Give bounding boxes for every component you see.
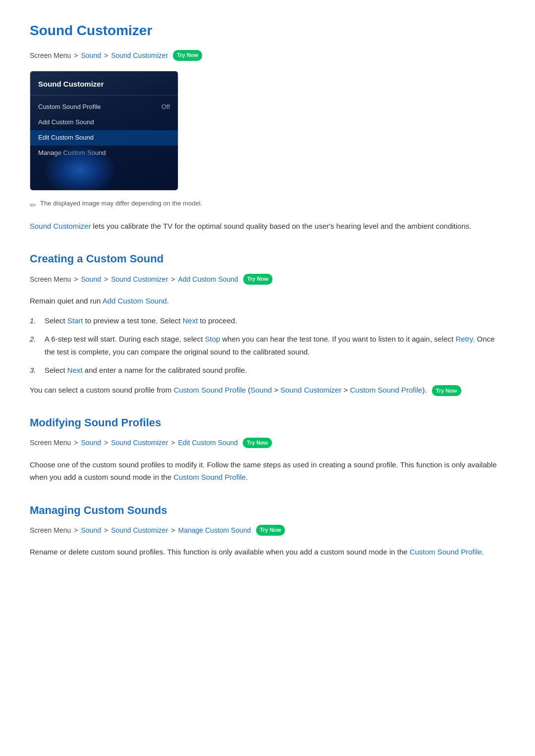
step-1: 1. Select Start to preview a test tone. … xyxy=(30,314,505,327)
footer-paren-close: ). xyxy=(422,386,427,394)
footer-sep2: > xyxy=(341,386,350,394)
remain-pre: Remain quiet and run xyxy=(30,297,103,305)
section-creating-title: Creating a Custom Sound xyxy=(30,250,505,267)
step3-pre: Select xyxy=(45,366,67,374)
bc-creating-sound[interactable]: Sound xyxy=(81,274,101,285)
tv-glow xyxy=(45,146,114,190)
bc-modifying-sep1: > xyxy=(74,437,78,448)
breadcrumb-creating: Screen Menu > Sound > Sound Customizer >… xyxy=(30,274,505,285)
bc-modifying-edit[interactable]: Edit Custom Sound xyxy=(178,437,238,448)
intro-text: lets you calibrate the TV for the optima… xyxy=(91,222,471,230)
tv-menu-item-value-0: Off xyxy=(161,102,170,112)
bc-managing-sep3: > xyxy=(171,525,175,536)
footer-customizer-link[interactable]: Sound Customizer xyxy=(280,386,341,394)
footer-sound-link[interactable]: Sound xyxy=(251,386,272,394)
modifying-body-pre: Choose one of the custom sound profiles … xyxy=(30,460,497,482)
step1-pre: Select xyxy=(45,316,67,325)
tv-menu-item-1: Add Custom Sound xyxy=(30,115,178,130)
step-2: 2. A 6-step test will start. During each… xyxy=(30,333,505,358)
bc-modifying-prefix: Screen Menu xyxy=(30,437,71,448)
managing-csp-link[interactable]: Custom Sound Profile xyxy=(410,548,482,556)
remain-end: . xyxy=(167,297,169,305)
footer-pre: You can select a custom sound profile fr… xyxy=(30,386,173,394)
note-text: The displayed image may differ depending… xyxy=(40,199,202,209)
creating-remain-text: Remain quiet and run Add Custom Sound. xyxy=(30,295,505,307)
try-now-badge-modifying[interactable]: Try Now xyxy=(243,438,272,449)
bc-modifying-customizer[interactable]: Sound Customizer xyxy=(111,437,168,448)
bc-modifying-sep3: > xyxy=(171,437,175,448)
breadcrumb-sound-link[interactable]: Sound xyxy=(81,50,101,61)
remain-add-link[interactable]: Add Custom Sound xyxy=(103,297,167,305)
bc-modifying-sound[interactable]: Sound xyxy=(81,437,101,448)
tv-menu-item-label-0: Custom Sound Profile xyxy=(38,102,101,112)
managing-body-end: . xyxy=(482,548,484,556)
creating-footer: You can select a custom sound profile fr… xyxy=(30,384,505,397)
bc-managing-sound[interactable]: Sound xyxy=(81,525,101,536)
breadcrumb-sep2: > xyxy=(104,50,108,61)
note-row: ✏ The displayed image may differ dependi… xyxy=(30,199,505,212)
bc-creating-add[interactable]: Add Custom Sound xyxy=(178,274,238,285)
step2-retry-link[interactable]: Retry xyxy=(456,335,473,343)
bc-creating-prefix: Screen Menu xyxy=(30,274,71,285)
step2-mid: when you can hear the test tone. If you … xyxy=(220,335,455,343)
tv-menu-item-2: Edit Custom Sound xyxy=(30,130,178,146)
step1-next-link[interactable]: Next xyxy=(183,316,198,325)
bc-creating-sep2: > xyxy=(104,274,108,285)
step-num-2: 2. xyxy=(30,333,40,358)
bc-creating-sep1: > xyxy=(74,274,78,285)
bc-managing-sep2: > xyxy=(104,525,108,536)
step3-end: and enter a name for the calibrated soun… xyxy=(83,366,247,374)
bc-creating-customizer[interactable]: Sound Customizer xyxy=(111,274,168,285)
creating-steps-list: 1. Select Start to preview a test tone. … xyxy=(30,314,505,377)
tv-menu-panel: Sound Customizer Custom Sound Profile Of… xyxy=(30,71,178,190)
breadcrumb-sound-customizer-link[interactable]: Sound Customizer xyxy=(111,50,168,61)
tv-menu-panel-title: Sound Customizer xyxy=(30,78,178,96)
footer-sep: > xyxy=(272,386,280,394)
bc-managing-prefix: Screen Menu xyxy=(30,525,71,536)
bc-managing-customizer[interactable]: Sound Customizer xyxy=(111,525,168,536)
page-title: Sound Customizer xyxy=(30,20,505,42)
try-now-badge-main[interactable]: Try Now xyxy=(173,50,202,61)
step1-start-link[interactable]: Start xyxy=(67,316,83,325)
step-2-text: A 6-step test will start. During each st… xyxy=(45,333,505,358)
section-managing-title: Managing Custom Sounds xyxy=(30,502,505,519)
bc-creating-sep3: > xyxy=(171,274,175,285)
footer-csp-link[interactable]: Custom Sound Profile xyxy=(173,386,246,394)
footer-paren-open: ( xyxy=(246,386,250,394)
footer-csp2-link[interactable]: Custom Sound Profile xyxy=(350,386,423,394)
modifying-csp-link[interactable]: Custom Sound Profile xyxy=(173,473,246,481)
breadcrumb-prefix: Screen Menu xyxy=(30,50,71,61)
breadcrumb-sep1: > xyxy=(74,50,78,61)
bc-managing-sep1: > xyxy=(74,525,78,536)
tv-menu-item-label-1: Add Custom Sound xyxy=(38,117,94,128)
tv-menu-item-0: Custom Sound Profile Off xyxy=(30,100,178,115)
try-now-badge-managing[interactable]: Try Now xyxy=(256,525,285,536)
step1-end: to proceed. xyxy=(198,316,237,325)
step-num-1: 1. xyxy=(30,314,40,327)
try-now-badge-creating[interactable]: Try Now xyxy=(243,274,272,285)
breadcrumb-managing: Screen Menu > Sound > Sound Customizer >… xyxy=(30,525,505,536)
step-1-text: Select Start to preview a test tone. Sel… xyxy=(45,314,237,327)
bc-modifying-sep2: > xyxy=(104,437,108,448)
modifying-body-end: . xyxy=(246,473,248,481)
modifying-body: Choose one of the custom sound profiles … xyxy=(30,458,505,484)
step-3: 3. Select Next and enter a name for the … xyxy=(30,364,505,377)
bc-managing-manage[interactable]: Manage Custom Sound xyxy=(178,525,251,536)
step-num-3: 3. xyxy=(30,364,40,377)
breadcrumb-main: Screen Menu > Sound > Sound Customizer T… xyxy=(30,50,505,61)
tv-menu-item-label-2: Edit Custom Sound xyxy=(38,133,94,143)
pencil-icon: ✏ xyxy=(30,199,36,212)
tv-screenshot: Sound Customizer Custom Sound Profile Of… xyxy=(30,71,178,191)
step2-stop-link[interactable]: Stop xyxy=(205,335,220,343)
try-now-badge-footer[interactable]: Try Now xyxy=(432,385,461,397)
section-modifying-title: Modifying Sound Profiles xyxy=(30,414,505,431)
managing-body: Rename or delete custom sound profiles. … xyxy=(30,546,505,558)
intro-sound-customizer-link[interactable]: Sound Customizer xyxy=(30,222,91,230)
step3-next-link[interactable]: Next xyxy=(67,366,83,374)
step1-mid: to preview a test tone. Select xyxy=(83,316,183,325)
step-3-text: Select Next and enter a name for the cal… xyxy=(45,364,247,377)
intro-paragraph: Sound Customizer lets you calibrate the … xyxy=(30,220,505,233)
managing-body-pre: Rename or delete custom sound profiles. … xyxy=(30,548,410,556)
step2-pre: A 6-step test will start. During each st… xyxy=(45,335,205,343)
breadcrumb-modifying: Screen Menu > Sound > Sound Customizer >… xyxy=(30,437,505,448)
